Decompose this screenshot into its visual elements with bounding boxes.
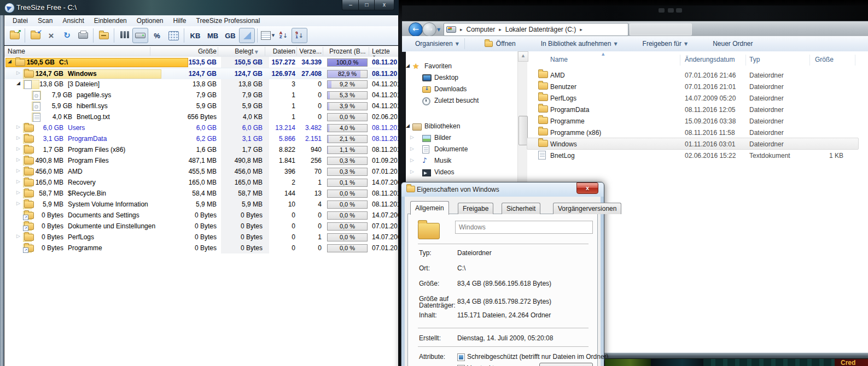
command-freigeben-für[interactable]: Freigeben für▼ bbox=[637, 38, 694, 50]
column-header-prozent[interactable]: Prozent (B... bbox=[329, 48, 366, 55]
tree-row[interactable]: ▷0 BytesPerfLogs0 Bytes0 Bytes010,0 %14.… bbox=[4, 232, 398, 243]
readonly-checkbox[interactable] bbox=[457, 353, 465, 361]
collapsed-icon[interactable]: ▷ bbox=[16, 135, 22, 141]
open-folder-icon[interactable]: ↗ bbox=[7, 28, 22, 43]
tree-row[interactable]: ▷165,0 MBRecovery165,0 MB165,0 MB210,1 %… bbox=[4, 177, 398, 188]
tree-row[interactable]: ▷3,1 GBProgramData6,2 GB3,1 GB5.8662.151… bbox=[4, 133, 398, 144]
column-divider[interactable] bbox=[369, 47, 369, 56]
column-divider[interactable] bbox=[265, 47, 265, 56]
tab-freigabe[interactable]: Freigabe bbox=[458, 203, 493, 214]
unit-kb-button[interactable]: KB bbox=[187, 28, 204, 43]
tree-row[interactable]: 4,0 KBBnetLog.txt656 Bytes4,0 KB100,0 %0… bbox=[4, 111, 398, 122]
menu-treesize-professional[interactable]: TreeSize Professional bbox=[191, 17, 265, 25]
collapsed-icon[interactable]: ▷ bbox=[16, 233, 22, 239]
collapsed-icon[interactable]: ▷ bbox=[410, 169, 416, 175]
refresh-icon[interactable]: ↻ bbox=[59, 28, 75, 43]
file-row[interactable]: Programme (x86)08.11.2016 11:58Dateiordn… bbox=[406, 127, 868, 139]
treesize-titlebar[interactable]: TreeSize Free - C:\ – □ x bbox=[0, 0, 399, 16]
menu-einblenden[interactable]: Einblenden bbox=[89, 17, 132, 25]
tab-vorgängerversionen[interactable]: Vorgängerversionen bbox=[553, 203, 621, 214]
tree-row[interactable]: ↗0 BytesDokumente und Einstellungen0 Byt… bbox=[4, 221, 398, 232]
column-divider[interactable] bbox=[809, 55, 810, 66]
breadcrumb-item[interactable]: Computer bbox=[467, 26, 496, 33]
column-divider[interactable] bbox=[680, 55, 680, 66]
percent-icon[interactable]: % bbox=[148, 28, 166, 43]
column-divider[interactable] bbox=[855, 55, 855, 66]
minimize-button[interactable]: – bbox=[342, 0, 359, 10]
tab-allgemein[interactable]: Allgemein bbox=[410, 201, 449, 215]
breadcrumb[interactable]: ▸Computer▸Lokaler Datenträger (C:)▸ bbox=[444, 23, 628, 36]
tree-row[interactable]: 5,9 GBhiberfil.sys5,9 GB5,9 GB103,9 %04.… bbox=[4, 101, 398, 111]
tree-row[interactable]: ↗0 BytesProgramme0 Bytes0 Bytes000,0 %07… bbox=[4, 243, 398, 253]
tree-row[interactable]: ▷124,7 GBWindows124,7 GB124,7 GB126.9742… bbox=[4, 68, 398, 79]
dialog-close-button[interactable]: x bbox=[576, 182, 598, 194]
collapsed-icon[interactable]: ▷ bbox=[16, 146, 22, 152]
tree-row[interactable]: ◢150,5 GBC:\153,5 GB150,5 GB157.27234.33… bbox=[4, 57, 398, 68]
tree-row[interactable]: ↗0 BytesDocuments and Settings0 Bytes0 B… bbox=[4, 210, 398, 221]
details-list-icon[interactable]: ▼ bbox=[260, 28, 276, 43]
list-column-3[interactable]: Größe bbox=[815, 56, 834, 63]
tree-row[interactable]: ▷490,8 MBProgram Files487,1 MB490,8 MB1.… bbox=[4, 155, 398, 166]
sort-numeric-desc-icon[interactable]: 91↓ bbox=[292, 28, 307, 43]
file-row[interactable]: AMD07.01.2016 21:46Dateiordner bbox=[406, 70, 868, 81]
unit-mb-button[interactable]: MB bbox=[204, 28, 222, 43]
command-öffnen[interactable]: Öffnen bbox=[479, 38, 521, 50]
tree-row[interactable]: ▷58,7 MB$Recycle.Bin58,4 MB58,7 MB144130… bbox=[4, 188, 398, 199]
sidebar-item-videos[interactable]: ▷Videos bbox=[406, 167, 515, 178]
tree-row[interactable]: ▷5,9 MBSystem Volume Information5,9 MB5,… bbox=[4, 199, 398, 210]
collapsed-icon[interactable]: ▷ bbox=[16, 157, 22, 163]
list-column-1[interactable]: Änderungsdatum bbox=[685, 56, 735, 63]
command-neuer-ordner[interactable]: Neuer Ordner bbox=[707, 38, 758, 50]
command-in-bibliothek-aufnehmen[interactable]: In Bibliothek aufnehmen▼ bbox=[535, 38, 623, 50]
unit-gb-button[interactable]: GB bbox=[222, 28, 239, 43]
collapsed-icon[interactable]: ▷ bbox=[16, 168, 22, 174]
list-column-2[interactable]: Typ bbox=[749, 56, 760, 63]
file-row[interactable]: ProgramData08.11.2016 12:05Dateiordner bbox=[406, 104, 868, 116]
grid-icon[interactable] bbox=[166, 28, 182, 43]
tree-row[interactable]: ▷1,7 GBProgram Files (x86)1,6 GB1,7 GB8.… bbox=[4, 144, 398, 155]
collapsed-icon[interactable]: ▷ bbox=[16, 190, 22, 196]
column-divider[interactable] bbox=[150, 47, 150, 56]
sort-alpha-desc-icon[interactable]: AZ↓ bbox=[276, 28, 292, 43]
history-dropdown-icon[interactable]: ▼ bbox=[437, 27, 440, 32]
drive-icon[interactable] bbox=[132, 28, 148, 43]
archive-folder-icon[interactable] bbox=[96, 28, 112, 43]
tree-row[interactable]: ◢13,8 GB[3 Dateien]13,8 GB13,8 GB309,2 %… bbox=[4, 79, 398, 90]
close-button[interactable]: x bbox=[374, 0, 394, 10]
collapsed-icon[interactable]: ▷ bbox=[16, 124, 22, 130]
expanded-icon[interactable]: ◢ bbox=[8, 58, 14, 64]
forward-button[interactable]: → bbox=[422, 22, 436, 37]
expanded-icon[interactable]: ◢ bbox=[16, 80, 22, 86]
column-divider[interactable] bbox=[296, 47, 297, 56]
column-header-name[interactable]: Name bbox=[8, 48, 25, 55]
column-header-verze[interactable]: Verze... bbox=[283, 48, 322, 55]
chart-triangle-icon[interactable] bbox=[239, 28, 255, 43]
menu-optionen[interactable]: Optionen bbox=[132, 17, 168, 25]
explorer-titlebar[interactable] bbox=[402, 5, 868, 21]
list-column-0[interactable]: Name bbox=[550, 56, 568, 63]
breadcrumb-item[interactable]: Lokaler Datenträger (C:) bbox=[505, 26, 576, 33]
maximize-button[interactable]: □ bbox=[358, 0, 375, 10]
menu-scan[interactable]: Scan bbox=[33, 17, 57, 25]
file-row[interactable]: Windows01.11.2016 03:01Dateiordner bbox=[406, 139, 868, 150]
tree-row[interactable]: ▷6,0 GBUsers6,0 GB6,0 GB13.2143.4824,0 %… bbox=[4, 122, 398, 133]
tab-sicherheit[interactable]: Sicherheit bbox=[502, 203, 540, 214]
folder-name-field[interactable]: Windows bbox=[455, 221, 593, 234]
menu-hilfe[interactable]: Hilfe bbox=[168, 17, 191, 25]
back-button[interactable]: ← bbox=[409, 22, 423, 37]
column-divider[interactable] bbox=[218, 47, 218, 56]
collapsed-icon[interactable]: ▷ bbox=[16, 200, 22, 206]
tree-row[interactable]: 7,9 GBpagefile.sys7,9 GB7,9 GB105,3 %04.… bbox=[4, 90, 398, 101]
menu-ansicht[interactable]: Ansicht bbox=[57, 17, 89, 25]
advanced-button[interactable]: Erweitert... bbox=[539, 363, 593, 366]
columns-icon[interactable] bbox=[116, 28, 132, 43]
collapsed-icon[interactable]: ▷ bbox=[16, 179, 22, 185]
tree-row[interactable]: ▷456,0 MBAMD455,5 MB456,0 MB396700,3 %07… bbox=[4, 166, 398, 177]
file-row[interactable]: BnetLog02.06.2016 15:22Textdokument1 KB bbox=[406, 150, 868, 162]
column-divider[interactable] bbox=[745, 55, 746, 66]
search-input[interactable] bbox=[630, 23, 692, 36]
command-organisieren[interactable]: Organisieren▼ bbox=[410, 38, 464, 50]
folder-select-icon[interactable]: ↙ bbox=[27, 28, 43, 43]
delete-icon[interactable]: × bbox=[43, 28, 59, 43]
menu-datei[interactable]: Datei bbox=[8, 17, 33, 25]
